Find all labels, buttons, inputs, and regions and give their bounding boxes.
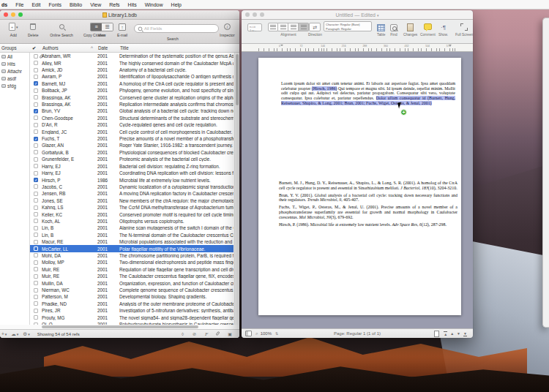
row-checkbox[interactable] [34,129,38,134]
row-checkbox[interactable] [34,309,38,313]
table-row[interactable]: Pires, JR2001Investigation of 5-nitrofur… [30,307,234,314]
table-row[interactable]: Macur, RE2001Microbial populations assoc… [30,238,234,245]
inspector-button[interactable]: i Inspector [220,22,235,37]
row-checkbox[interactable]: ✓ [34,109,38,113]
body-paragraph[interactable]: Lorem ipsum dolor sit amet cum tenetur a… [281,81,455,106]
reference-entry[interactable]: Hirsch, P. (1986). Microbial life at ext… [279,222,458,227]
editor-titlebar[interactable]: Untitled — Edited ▾ [242,10,473,20]
row-checkbox[interactable] [34,54,38,59]
online-search-button[interactable]: Online Search [45,22,78,37]
menu-item[interactable]: Edit [31,2,40,7]
menu-item[interactable]: Refs [109,2,119,7]
add-group-button[interactable]: + ▾ [1,331,7,336]
row-checkbox[interactable] [34,219,38,223]
table-row[interactable]: ✓Brun, YV2001Global analysis of a bacter… [30,108,234,114]
go-last-page-icon[interactable]: ▼ [463,331,467,336]
background-window-edge[interactable] [542,18,549,328]
add-button[interactable]: +▾ Add [9,22,18,37]
detail-view-icon[interactable]: ☰ [102,23,113,31]
citation-highlight[interactable]: (Hirsch, 1986) [312,86,337,91]
table-row[interactable]: Muir, RE2001Regulation of late flagellar… [30,266,234,273]
table-row[interactable]: Muir, RE2001The Caulobacter crescentus f… [30,273,234,279]
row-checkbox[interactable] [34,164,38,168]
groups-sidebar[interactable]: AllHitsAttachrasdfsfdg [0,53,30,325]
table-row[interactable]: Koch, AL2001Oligotrophs versus copiotrop… [30,218,234,225]
row-checkbox[interactable] [34,75,38,79]
menu-item[interactable]: View [90,2,101,7]
table-row[interactable]: Molloy, MP2001Two-dimensional electropho… [30,259,234,265]
find-button[interactable]: Find [390,22,397,37]
row-checkbox[interactable]: ✓ [34,137,38,141]
row-checkbox[interactable] [34,233,38,237]
go-first-page-icon[interactable]: ▲ [444,331,447,336]
publication-table[interactable]: Abraham, WR2001Determination of the syst… [30,53,234,325]
row-checkbox[interactable] [34,95,38,99]
table-row[interactable]: Alley, MR2001The highly conserved domain… [30,59,234,66]
cite-drawer-icon[interactable]: ▣ [228,331,232,336]
table-row[interactable]: Jones, SE2001New members of the ctrA reg… [30,197,234,204]
list-style-button[interactable]: n.i.iii1·a·– [247,22,262,31]
document-page[interactable]: Lorem ipsum dolor sit amet cum tenetur a… [258,58,461,315]
reference-entry[interactable]: Barnett, M. J., Hung, D. Y., Reisenauer,… [279,181,458,190]
right-margin-marker[interactable] [449,45,452,48]
list-view-icon[interactable]: ≡ [91,23,102,31]
show-invisibles-button[interactable]: ·¶ Show. [438,22,448,37]
table-row[interactable]: Jacobs, C2001Dynamic localization of a c… [30,184,234,190]
menu-item[interactable]: File [15,2,23,7]
chevron-down-icon[interactable]: ▾ [377,13,379,18]
style-indicator[interactable]: Character: Regular (Base) Paragraph: Reg… [324,22,372,31]
row-checkbox[interactable] [34,267,38,271]
bibdesk-titlebar[interactable]: Library1.bdb [0,10,239,20]
sidebar-group-item[interactable]: Attachr [0,67,29,75]
row-checkbox[interactable] [34,123,38,127]
menu-item[interactable]: ds [1,2,7,7]
table-row[interactable]: Gorbatyuk, B2001Physiological consequenc… [30,149,234,156]
table-row[interactable]: D'Ari, R2001Cycle-regulated genes and ce… [30,121,234,128]
row-checkbox[interactable] [34,68,38,72]
email-button[interactable]: ↑ E-mail [117,22,127,37]
group-action-gear-button[interactable]: ⚙ ▾ [23,331,29,337]
scrollbar-thumb[interactable] [236,54,239,105]
row-checkbox[interactable] [34,143,38,148]
column-header-groups[interactable]: Groups [1,45,17,50]
tag-icon[interactable]: ◊ [182,332,184,336]
sidebar-group-item[interactable]: asdf [0,75,29,82]
column-header-check[interactable]: ✔ [32,45,36,50]
alignment-control[interactable]: Alignment [268,22,309,37]
menu-item[interactable]: Help [171,2,182,7]
vertical-scrollbar[interactable] [234,53,239,325]
table-row[interactable]: Harry, EJ2001Bacterial cell division: re… [30,163,234,170]
menu-item[interactable]: Fonts [49,2,62,7]
sidebar-group-item[interactable]: Hits [0,60,29,67]
full-screen-button[interactable]: Full Screen [455,22,473,37]
row-checkbox[interactable] [34,226,38,230]
editor-window[interactable]: Untitled — Edited ▾ n.i.iii1·a·– Alignme… [242,10,473,338]
table-row[interactable]: England, JC2001Cell cycle control of cel… [30,128,234,135]
row-checkbox[interactable] [34,281,38,285]
table-row[interactable]: Glazer, AN2001Roger Yate Stanier, 1916-1… [30,142,234,148]
row-checkbox[interactable] [34,246,38,251]
row-checkbox[interactable] [34,260,38,265]
menu-item[interactable]: Window [145,2,163,7]
table-row[interactable]: Brassinga, AK2001Conserved gene cluster … [30,94,234,100]
column-header-date[interactable]: Date [98,45,108,50]
circle-slash-icon[interactable]: ⊘ [193,331,196,336]
row-checkbox[interactable] [34,301,38,306]
reference-entry[interactable]: Fuchs, T., Wiget, P., Osteras, M., & Jen… [279,205,458,219]
row-checkbox[interactable] [34,315,38,320]
row-checkbox[interactable] [34,198,38,203]
table-row[interactable]: Mohl, DA2001The chromosome partitioning … [30,252,234,259]
paperclip-icon[interactable] [217,331,219,336]
table-row[interactable]: Chen-Goodspe2001Structural determinants … [30,115,234,121]
table-row[interactable]: Harry, EJ2001Coordinating DNA replicatio… [30,170,234,176]
ruler[interactable]: 072144216288360432504576 [242,44,473,52]
left-margin-marker[interactable] [280,45,283,48]
align-right-button[interactable] [288,23,299,31]
row-checkbox[interactable] [34,240,38,244]
search-field[interactable]: All Fields [134,24,219,33]
table-row[interactable]: Grunenfelder, E2001Proteomic analysis of… [30,156,234,162]
align-left-button[interactable] [268,23,278,31]
align-center-button[interactable] [278,23,288,31]
row-checkbox[interactable] [34,253,38,257]
view-segmented-control[interactable]: ≡ ☰ View [89,22,114,37]
